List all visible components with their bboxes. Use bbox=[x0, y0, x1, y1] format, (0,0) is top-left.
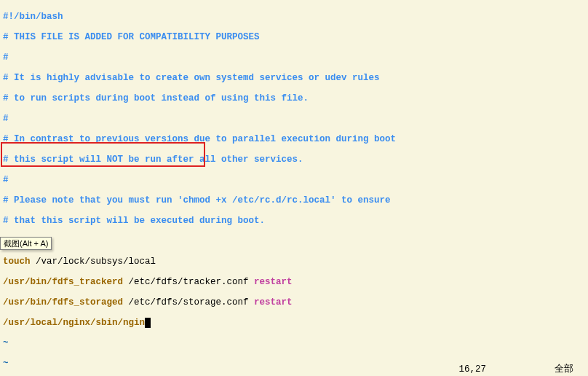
path-token: /var/lock/subsys/local bbox=[31, 256, 156, 267]
code-line: # bbox=[3, 175, 587, 185]
vim-status-bar: 16,27 全部 bbox=[0, 364, 588, 375]
code-line: /usr/local/nginx/sbin/nginx bbox=[3, 318, 587, 328]
screenshot-tooltip: 截图(Alt + A) bbox=[0, 237, 52, 250]
code-line: # this script will NOT be run after all … bbox=[3, 154, 587, 165]
code-line: # In contrast to previous versions due t… bbox=[3, 134, 587, 144]
arg-token: restart bbox=[254, 297, 293, 308]
code-line: touch /var/lock/subsys/local bbox=[3, 256, 587, 267]
code-line: # that this script will be executed duri… bbox=[3, 216, 587, 226]
cursor: x bbox=[145, 318, 151, 328]
path-token: /etc/fdfs/tracker.conf bbox=[123, 277, 254, 287]
command-token: /usr/local/nginx/sbin/ngin bbox=[3, 318, 145, 328]
path-token: /etc/fdfs/storage.conf bbox=[123, 297, 254, 308]
code-line: /usr/bin/fdfs_trackerd /etc/fdfs/tracker… bbox=[3, 277, 587, 287]
empty-line-tilde: ~ bbox=[3, 338, 587, 348]
command-token: /usr/bin/fdfs_storaged bbox=[3, 297, 123, 308]
scroll-indicator: 全部 bbox=[555, 364, 573, 375]
command-token: touch bbox=[3, 256, 31, 267]
vim-editor[interactable]: #!/bin/bash # THIS FILE IS ADDED FOR COM… bbox=[0, 0, 588, 376]
code-line: # Please note that you must run 'chmod +… bbox=[3, 195, 587, 205]
code-line bbox=[3, 236, 587, 246]
arg-token: restart bbox=[254, 277, 293, 287]
code-line: # THIS FILE IS ADDED FOR COMPATIBILITY P… bbox=[3, 32, 587, 42]
cursor-position: 16,27 bbox=[458, 364, 486, 375]
code-line: /usr/bin/fdfs_storaged /etc/fdfs/storage… bbox=[3, 297, 587, 308]
code-line: # It is highly advisable to create own s… bbox=[3, 73, 587, 83]
command-token: /usr/bin/fdfs_trackerd bbox=[3, 277, 123, 287]
code-line: # bbox=[3, 52, 587, 63]
code-line: # bbox=[3, 114, 587, 124]
code-line: #!/bin/bash bbox=[3, 12, 587, 22]
code-line: # to run scripts during boot instead of … bbox=[3, 93, 587, 103]
